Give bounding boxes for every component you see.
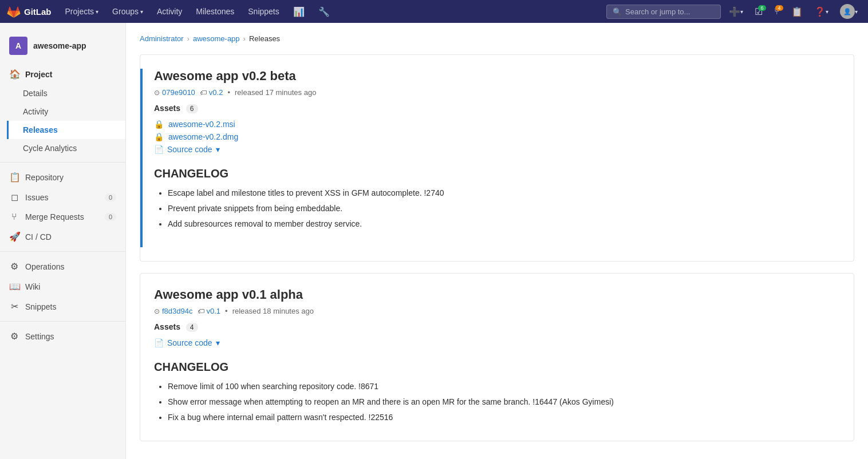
release-1-container: Awesome app v0.2 beta ⊙ 079e9010 🏷 v0.2 … <box>140 69 854 247</box>
nav-wrench-icon[interactable]: 🔧 <box>314 6 334 17</box>
breadcrumb: Administrator › awesome-app › Releases <box>140 34 854 43</box>
source-code-chevron-2: ▾ <box>216 338 220 347</box>
breadcrumb-administrator[interactable]: Administrator <box>140 34 184 43</box>
sidebar-item-releases-label: Releases <box>23 125 116 134</box>
changelog-item: Escape label and milestone titles to pre… <box>168 187 840 199</box>
nav-projects[interactable]: Projects ▾ <box>61 7 104 16</box>
snippets-icon: ✂ <box>9 301 19 312</box>
project-name: awesome-app <box>33 41 86 50</box>
breadcrumb-current: Releases <box>249 34 280 43</box>
clipboard-button[interactable]: 📋 <box>788 6 806 17</box>
release-1-assets-count: 6 <box>186 104 198 113</box>
project-avatar: A <box>9 37 27 55</box>
tag-icon: 🏷 <box>200 89 207 97</box>
release-1-title: Awesome app v0.2 beta <box>154 69 840 84</box>
commit-icon: ⊙ <box>154 89 160 97</box>
sidebar-item-issues-label: Issues <box>25 193 99 202</box>
release-2-changelog-title: CHANGELOG <box>154 361 840 374</box>
changelog-item: Fix a bug where internal email pattern w… <box>168 411 840 424</box>
nav-activity[interactable]: Activity <box>152 7 187 16</box>
issues-icon: ◻ <box>9 192 19 203</box>
merge-request-button[interactable]: ⑂ 4 <box>771 6 783 17</box>
help-button[interactable]: ❓ ▾ <box>811 6 832 17</box>
release-1-assets-header: Assets 6 <box>154 104 840 113</box>
todo-badge: 6 <box>758 5 766 11</box>
tag-icon-2: 🏷 <box>198 307 204 315</box>
new-item-button[interactable]: ➕ ▾ <box>725 6 747 17</box>
nav-groups[interactable]: Groups ▾ <box>108 7 148 16</box>
sidebar-item-details-label: Details <box>23 89 116 98</box>
sidebar-item-merge-requests[interactable]: ⑂ Merge Requests 0 <box>0 207 125 227</box>
main-content: Administrator › awesome-app › Releases A… <box>126 23 868 459</box>
user-avatar: 👤 <box>840 4 855 19</box>
todo-button[interactable]: ☑ 6 <box>751 6 766 17</box>
source-code-icon-2: 📄 <box>154 338 164 347</box>
asset-msi-icon: 🔒 <box>154 120 164 129</box>
settings-icon: ⚙ <box>9 331 19 342</box>
release-1-asset-dmg[interactable]: 🔒 awesome-v0.2.dmg <box>154 130 840 143</box>
sidebar-item-releases[interactable]: Releases <box>7 121 125 139</box>
user-chevron-icon: ▾ <box>855 9 858 15</box>
release-1-time: • <box>227 88 230 97</box>
sidebar-item-repository-label: Repository <box>25 173 116 182</box>
sidebar-item-project[interactable]: 🏠 Project <box>0 64 125 84</box>
merge-requests-icon: ⑂ <box>9 212 19 222</box>
sidebar-item-operations[interactable]: ⚙ Operations <box>0 256 125 276</box>
sidebar-item-wiki[interactable]: 📖 Wiki <box>0 276 125 296</box>
nav-chart-icon[interactable]: 📊 <box>289 6 309 17</box>
sidebar-item-snippets-label: Snippets <box>25 302 116 311</box>
release-2-title: Awesome app v0.1 alpha <box>154 287 840 302</box>
wiki-icon: 📖 <box>9 281 19 292</box>
search-bar[interactable]: 🔍 Search or jump to... <box>606 5 721 19</box>
release-1-asset-msi[interactable]: 🔒 awesome-v0.2.msi <box>154 118 840 130</box>
question-icon: ❓ <box>814 6 826 17</box>
release-1-commit: ⊙ 079e9010 <box>154 88 195 97</box>
release-2-changelog-list: Remove limit of 100 when searching repos… <box>154 381 840 424</box>
sidebar-item-wiki-label: Wiki <box>25 282 116 291</box>
release-2-commit-hash[interactable]: f8d3d94c <box>162 307 193 315</box>
release-1-changelog-title: CHANGELOG <box>154 167 840 180</box>
release-2-source-code[interactable]: 📄 Source code ▾ <box>154 337 840 349</box>
release-1-tag-name[interactable]: v0.2 <box>209 88 223 97</box>
release-1-commit-hash[interactable]: 079e9010 <box>162 88 195 97</box>
breadcrumb-sep-1: › <box>187 34 190 43</box>
sidebar-item-cicd[interactable]: 🚀 CI / CD <box>0 227 125 247</box>
sidebar-item-activity-label: Activity <box>23 107 116 116</box>
sidebar-item-cycle-analytics[interactable]: Cycle Analytics <box>7 139 125 157</box>
release-2-commit: ⊙ f8d3d94c <box>154 307 193 315</box>
sidebar: A awesome-app 🏠 Project Details Activity… <box>0 23 126 459</box>
sidebar-item-issues[interactable]: ◻ Issues 0 <box>0 187 125 207</box>
release-1-source-code[interactable]: 📄 Source code ▾ <box>154 143 840 156</box>
operations-icon: ⚙ <box>9 261 19 272</box>
commit-icon-2: ⊙ <box>154 307 160 315</box>
sidebar-item-activity[interactable]: Activity <box>7 102 125 121</box>
release-2-meta: ⊙ f8d3d94c 🏷 v0.1 • released 18 minutes … <box>154 307 840 315</box>
sidebar-item-snippets[interactable]: ✂ Snippets <box>0 296 125 316</box>
sidebar-project-header: A awesome-app <box>0 32 125 64</box>
merge-requests-count: 0 <box>105 213 116 221</box>
changelog-item: Add subresources removal to member destr… <box>168 218 840 230</box>
search-placeholder: Search or jump to... <box>625 7 690 16</box>
sidebar-item-settings[interactable]: ⚙ Settings <box>0 326 125 346</box>
gitlab-logo[interactable]: GitLab <box>7 5 52 18</box>
nav-snippets[interactable]: Snippets <box>243 7 283 16</box>
sidebar-item-project-label: Project <box>25 70 116 79</box>
nav-milestones[interactable]: Milestones <box>191 7 239 16</box>
breadcrumb-awesome-app[interactable]: awesome-app <box>193 34 240 43</box>
release-2-tag-name[interactable]: v0.1 <box>207 307 221 315</box>
source-code-icon-1: 📄 <box>154 145 164 154</box>
clipboard-icon: 📋 <box>791 6 803 17</box>
sidebar-item-details[interactable]: Details <box>7 84 125 102</box>
changelog-item: Prevent private snippets from being embe… <box>168 203 840 215</box>
release-2-tag: 🏷 v0.1 <box>198 307 221 315</box>
release-1-tag: 🏷 v0.2 <box>200 88 223 97</box>
search-icon: 🔍 <box>613 7 622 16</box>
top-navigation: GitLab Projects ▾ Groups ▾ Activity Mile… <box>0 0 868 23</box>
projects-chevron-icon: ▾ <box>96 9 98 15</box>
merge-request-badge: 4 <box>775 5 783 11</box>
changelog-item: Show error message when attempting to re… <box>168 396 840 408</box>
sidebar-item-repository[interactable]: 📋 Repository <box>0 167 125 187</box>
new-item-chevron-icon: ▾ <box>740 9 743 15</box>
user-avatar-button[interactable]: 👤 ▾ <box>837 4 861 19</box>
issues-count: 0 <box>105 193 116 201</box>
